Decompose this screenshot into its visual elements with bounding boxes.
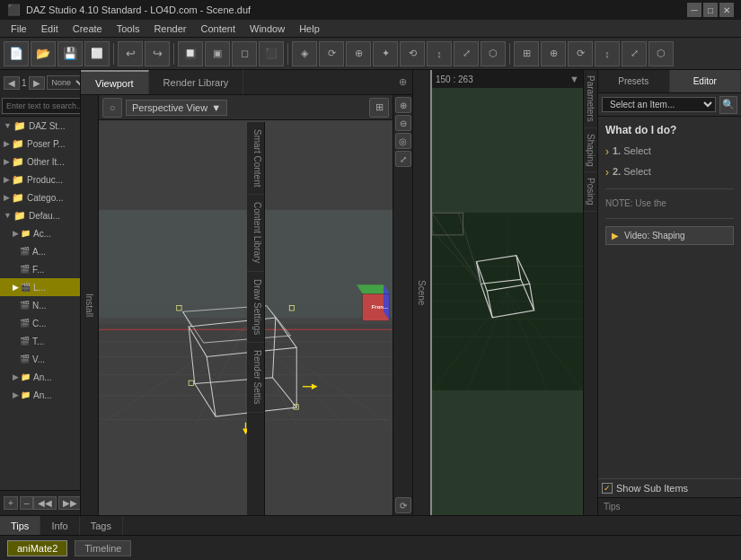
tab-shaping[interactable]: Shaping bbox=[584, 128, 597, 173]
print-button[interactable]: ⬜ bbox=[84, 41, 110, 66]
tree-item-catego[interactable]: ▶ 📁 Catego... bbox=[0, 188, 80, 206]
render-btn-4[interactable]: ⬛ bbox=[259, 41, 284, 66]
tree-item-t1[interactable]: 🎬 T... bbox=[0, 332, 80, 350]
tree-item-an1[interactable]: ▶ 📁 An... bbox=[0, 368, 80, 386]
menu-edit[interactable]: Edit bbox=[34, 22, 66, 36]
tree-item-v1[interactable]: 🎬 V... bbox=[0, 350, 80, 368]
tab-parameters[interactable]: Parameters bbox=[584, 70, 597, 128]
view-btn-4[interactable]: ↕ bbox=[595, 41, 620, 66]
tree-item-f1[interactable]: 🎬 F... bbox=[0, 260, 80, 278]
tree-item-c1[interactable]: 🎬 C... bbox=[0, 314, 80, 332]
tool-btn-7[interactable]: ⤢ bbox=[454, 41, 479, 66]
undo-button[interactable]: ↩ bbox=[118, 41, 143, 66]
add-item-btn[interactable]: + bbox=[4, 496, 18, 510]
show-sub-items-checkbox[interactable] bbox=[602, 483, 613, 494]
tree-next-btn[interactable]: ▶ bbox=[29, 76, 45, 90]
tree-item-dazst[interactable]: ▼ 📁 DAZ St... bbox=[0, 117, 80, 135]
view-btn-6[interactable]: ⬡ bbox=[648, 41, 674, 66]
search-input[interactable] bbox=[2, 98, 81, 114]
tab-posing[interactable]: Posing bbox=[584, 172, 597, 212]
menu-create[interactable]: Create bbox=[66, 22, 110, 36]
tree-item-a1[interactable]: 🎬 A... bbox=[0, 242, 80, 260]
scene-tab-vertical[interactable]: Scene bbox=[413, 70, 430, 515]
minimize-button[interactable]: ─ bbox=[687, 3, 701, 17]
left-panel: ◀ 1 ▶ None ⊞ ≡ ▼ ▼ 📁 DAZ St... ▶ 📁 Pos bbox=[0, 70, 81, 515]
tree-item-other[interactable]: ▶ 📁 Other It... bbox=[0, 153, 80, 171]
perspective-dropdown[interactable]: Perspective View ▼ bbox=[126, 100, 227, 116]
viewport-tool-4[interactable]: ⤢ bbox=[395, 151, 411, 167]
rp-search-button[interactable]: 🔍 bbox=[719, 96, 737, 114]
open-button[interactable]: 📂 bbox=[31, 41, 56, 66]
tool-btn-5[interactable]: ⟲ bbox=[400, 41, 425, 66]
render-btn-3[interactable]: ◻ bbox=[232, 41, 257, 66]
menu-help[interactable]: Help bbox=[292, 22, 327, 36]
left-panel-header: ◀ 1 ▶ None ⊞ ≡ bbox=[0, 70, 80, 95]
tree-item-poser[interactable]: ▶ 📁 Poser P... bbox=[0, 135, 80, 153]
step-1: › 1. Select bbox=[605, 144, 734, 161]
view-btn-5[interactable]: ⤢ bbox=[622, 41, 647, 66]
video-button[interactable]: ▶ Video: Shaping bbox=[605, 226, 734, 245]
bottom-tab-tags[interactable]: Tags bbox=[80, 516, 123, 535]
tab-editor[interactable]: Editor bbox=[670, 70, 742, 92]
tab-content-library[interactable]: Content Library bbox=[247, 195, 264, 271]
viewport-tool-2[interactable]: ⊖ bbox=[395, 115, 411, 131]
render-btn-1[interactable]: 🔲 bbox=[178, 41, 203, 66]
save-button[interactable]: 💾 bbox=[57, 41, 83, 66]
sphere-btn[interactable]: ○ bbox=[102, 98, 122, 118]
menu-render[interactable]: Render bbox=[146, 22, 193, 36]
install-sidebar[interactable]: Install bbox=[81, 95, 99, 515]
separator-2 bbox=[173, 43, 174, 65]
item-select-dropdown[interactable]: Select an Item... bbox=[602, 97, 716, 112]
timeline-tab-animate2[interactable]: aniMate2 bbox=[7, 540, 67, 556]
tool-btn-1[interactable]: ◈ bbox=[292, 41, 317, 66]
tree-item-ac[interactable]: ▶ 📁 Ac... bbox=[0, 224, 80, 242]
expand-viewport-btn[interactable]: ⊞ bbox=[369, 98, 389, 118]
menu-tools[interactable]: Tools bbox=[110, 22, 147, 36]
tool-btn-2[interactable]: ⟳ bbox=[319, 41, 344, 66]
redo-button[interactable]: ↪ bbox=[145, 41, 170, 66]
view-btn-1[interactable]: ⊞ bbox=[514, 41, 539, 66]
tab-smart-content[interactable]: Smart Content bbox=[247, 122, 264, 195]
tab-draw-settings[interactable]: Draw Settings bbox=[247, 272, 264, 343]
tool-btn-8[interactable]: ⬡ bbox=[481, 41, 506, 66]
bottom-tab-info[interactable]: Info bbox=[40, 516, 79, 535]
bottom-tab-tips[interactable]: Tips bbox=[0, 516, 40, 535]
menu-file[interactable]: File bbox=[4, 22, 34, 36]
right-panel-tabs: Presets Editor bbox=[598, 70, 741, 93]
close-button[interactable]: ✕ bbox=[719, 3, 734, 17]
tree-item-produc[interactable]: ▶ 📁 Produc... bbox=[0, 171, 80, 188]
new-button[interactable]: 📄 bbox=[4, 41, 29, 66]
viewport-tool-5[interactable]: ⟳ bbox=[395, 497, 411, 513]
viewport-tool-3[interactable]: ◎ bbox=[395, 133, 411, 149]
rewind-btn[interactable]: ◀◀ bbox=[33, 496, 57, 510]
tree-item-n1[interactable]: 🎬 N... bbox=[0, 296, 80, 314]
view-btn-3[interactable]: ⟳ bbox=[568, 41, 593, 66]
timeline-tab-timeline[interactable]: Timeline bbox=[75, 540, 131, 556]
tree-item-an2[interactable]: ▶ 📁 An... bbox=[0, 386, 80, 404]
tab-presets[interactable]: Presets bbox=[598, 70, 670, 92]
maximize-button[interactable]: □ bbox=[703, 3, 718, 17]
tab-viewport[interactable]: Viewport bbox=[81, 70, 149, 94]
aux-options-btn[interactable]: ▼ bbox=[569, 74, 579, 84]
toolbar: 📄 📂 💾 ⬜ ↩ ↪ 🔲 ▣ ◻ ⬛ ◈ ⟳ ⊕ ✦ ⟲ ↕ ⤢ ⬡ ⊞ ⊕ … bbox=[0, 38, 741, 70]
viewport-tool-1[interactable]: ⊕ bbox=[395, 97, 411, 113]
remove-item-btn[interactable]: – bbox=[20, 496, 34, 510]
menu-window[interactable]: Window bbox=[243, 22, 292, 36]
viewport-canvas[interactable]: Fron... bbox=[99, 120, 393, 515]
tool-btn-4[interactable]: ✦ bbox=[373, 41, 398, 66]
tab-render-library[interactable]: Render Library bbox=[149, 70, 244, 94]
tab-render-settings[interactable]: Render Settis bbox=[247, 343, 264, 413]
forward-btn[interactable]: ▶▶ bbox=[58, 496, 81, 510]
view-btn-2[interactable]: ⊕ bbox=[541, 41, 566, 66]
tool-btn-6[interactable]: ↕ bbox=[427, 41, 452, 66]
tree-view-select[interactable]: None bbox=[47, 75, 81, 90]
tree-item-l1[interactable]: ▶ 🎬 L... bbox=[0, 278, 80, 296]
tool-btn-3[interactable]: ⊕ bbox=[346, 41, 371, 66]
tab-options-btn[interactable]: ⊕ bbox=[393, 70, 412, 94]
tree-prev-btn[interactable]: ◀ bbox=[4, 76, 20, 90]
tree-item-defau[interactable]: ▼ 📁 Defau... bbox=[0, 206, 80, 224]
show-sub-items-row: Show Sub Items bbox=[598, 478, 741, 497]
menu-content[interactable]: Content bbox=[194, 22, 243, 36]
perspective-label: Perspective View bbox=[132, 102, 207, 113]
render-btn-2[interactable]: ▣ bbox=[205, 41, 230, 66]
